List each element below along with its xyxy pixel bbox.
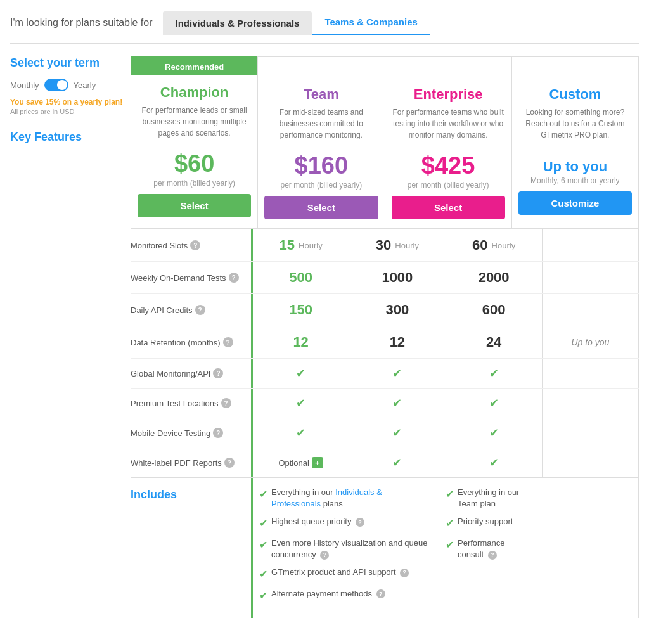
term-toggle-row: Monthly Yearly: [10, 79, 124, 91]
api-support-question-icon[interactable]: ?: [400, 569, 409, 577]
check-icon-wl-team: ✔: [392, 456, 402, 470]
feature-row-weekly-tests: Weekly On-Demand Tests ? 500 1000 2000: [131, 261, 639, 293]
champion-name: Champion: [131, 75, 257, 105]
global-monitoring-custom: [542, 359, 639, 388]
check-icon-pl-champion: ✔: [296, 396, 305, 410]
global-monitoring-team: ✔: [349, 359, 445, 388]
data-retention-custom: Up to you: [542, 326, 639, 358]
feature-row-premium-locations: Premium Test Locations ? ✔ ✔ ✔: [131, 388, 639, 418]
mobile-testing-custom: [542, 418, 639, 448]
payment-question-icon[interactable]: ?: [376, 589, 385, 598]
prices-note: All prices are in USD: [10, 108, 124, 115]
billing-toggle[interactable]: [44, 79, 68, 91]
data-retention-enterprise: 24: [446, 326, 542, 358]
include-item-3: ✔ Even more History visualization and qu…: [259, 538, 432, 560]
plan-enterprise: Enterprise For performance teams who bui…: [385, 56, 511, 229]
premium-locations-question-icon[interactable]: ?: [221, 398, 231, 408]
monitored-slots-team: 30 Hourly: [349, 229, 445, 261]
mobile-testing-team: ✔: [349, 418, 445, 448]
sidebar: Select your term Monthly Yearly You save…: [10, 56, 131, 618]
team-name: Team: [258, 77, 384, 106]
api-credits-champion: 150: [251, 294, 349, 326]
toggle-knob: [57, 80, 67, 90]
savings-text: You save 15% on a yearly plan!: [10, 98, 124, 106]
enterprise-select-button[interactable]: Select: [392, 196, 505, 219]
perf-consult-question-icon[interactable]: ?: [488, 551, 497, 560]
data-retention-question-icon[interactable]: ?: [223, 337, 233, 347]
api-credits-custom: [542, 294, 639, 326]
header: I'm looking for plans suitable for Indiv…: [10, 10, 639, 44]
champion-price: $60: [131, 145, 257, 179]
feature-label-monitored-slots: Monitored Slots ?: [131, 229, 251, 261]
check-icon-gm-team: ✔: [392, 366, 402, 380]
include-item-5: ✔ Alternate payment methods ?: [259, 588, 432, 603]
champion-select-button[interactable]: Select: [138, 194, 251, 217]
yearly-label: Yearly: [74, 80, 96, 90]
plan-headers: Recommended Champion For performance lea…: [131, 56, 639, 229]
team-desc: For mid-sized teams and businesses commi…: [258, 106, 384, 147]
check-icon-include-1: ✔: [259, 487, 267, 501]
api-credits-question-icon[interactable]: ?: [195, 305, 205, 315]
monitored-slots-custom: [542, 229, 639, 261]
monitored-slots-question-icon[interactable]: ?: [190, 240, 200, 250]
weekly-tests-custom: [542, 262, 639, 293]
check-icon-include-5: ✔: [259, 589, 267, 603]
queue-priority-question-icon[interactable]: ?: [356, 518, 364, 527]
feature-row-api-credits: Daily API Credits ? 150 300 600: [131, 293, 639, 326]
check-icon-ent-2: ✔: [446, 517, 454, 531]
weekly-tests-champion: 500: [251, 262, 349, 293]
history-question-icon[interactable]: ?: [320, 551, 329, 560]
premium-locations-team: ✔: [349, 389, 445, 418]
include-item-4: ✔ GTmetrix product and API support ?: [259, 567, 432, 581]
check-icon-include-2: ✔: [259, 517, 267, 531]
team-period: per month (billed yearly): [258, 181, 384, 190]
weekly-tests-question-icon[interactable]: ?: [229, 273, 239, 283]
mobile-testing-enterprise: ✔: [446, 418, 542, 448]
check-icon-mt-enterprise: ✔: [489, 426, 499, 440]
includes-row: Includes ✔ Everything in our Individuals…: [131, 477, 639, 618]
monthly-label: Monthly: [10, 80, 39, 90]
feature-label-weekly-tests: Weekly On-Demand Tests ?: [131, 262, 251, 293]
data-retention-champion: 12: [251, 326, 349, 358]
plan-custom: Custom Looking for something more? Reach…: [511, 56, 639, 229]
team-select-button[interactable]: Select: [264, 196, 378, 219]
tab-individuals[interactable]: Individuals & Professionals: [163, 11, 312, 35]
includes-custom: [539, 478, 639, 618]
check-icon-gm-enterprise: ✔: [489, 366, 499, 380]
plus-icon[interactable]: +: [312, 457, 323, 468]
includes-label: Includes: [131, 478, 251, 618]
includes-enterprise: ✔ Everything in our Team plan ✔ Priority…: [439, 478, 539, 618]
custom-customize-button[interactable]: Customize: [518, 191, 632, 215]
mobile-testing-question-icon[interactable]: ?: [213, 428, 223, 438]
feature-row-mobile-testing: Mobile Device Testing ? ✔ ✔ ✔: [131, 418, 639, 448]
custom-desc: Looking for something more? Reach out to…: [512, 106, 638, 147]
individuals-link[interactable]: Individuals & Professionals: [271, 487, 382, 508]
features-table: Monitored Slots ? 15 Hourly 30 Hourly: [131, 229, 639, 477]
check-icon-mt-team: ✔: [392, 426, 402, 440]
plans-area: Recommended Champion For performance lea…: [131, 56, 639, 618]
weekly-tests-enterprise: 2000: [446, 262, 542, 293]
header-label: I'm looking for plans suitable for: [10, 17, 153, 29]
enterprise-price: $425: [385, 147, 511, 181]
check-icon-pl-team: ✔: [392, 396, 402, 410]
whitelabel-question-icon[interactable]: ?: [224, 458, 235, 468]
feature-row-data-retention: Data Retention (months) ? 12 12 24: [131, 326, 639, 358]
tab-teams[interactable]: Teams & Companies: [312, 10, 430, 35]
feature-label-data-retention: Data Retention (months) ?: [131, 326, 251, 358]
feature-label-api-credits: Daily API Credits ?: [131, 294, 251, 326]
include-ent-1: ✔ Everything in our Team plan: [446, 487, 532, 510]
api-credits-enterprise: 600: [446, 294, 542, 326]
plan-team: Team For mid-sized teams and businesses …: [257, 56, 384, 229]
premium-locations-enterprise: ✔: [446, 389, 542, 418]
custom-period: Monthly, 6 month or yearly: [512, 176, 638, 185]
feature-row-whitelabel: White-label PDF Reports ? Optional + ✔: [131, 448, 639, 477]
check-icon-pl-enterprise: ✔: [489, 396, 499, 410]
feature-label-whitelabel: White-label PDF Reports ?: [131, 448, 251, 477]
enterprise-name: Enterprise: [385, 77, 511, 106]
api-credits-team: 300: [349, 294, 445, 326]
include-item-1: ✔ Everything in our Individuals & Profes…: [259, 487, 432, 510]
enterprise-desc: For performance teams who built testing …: [385, 106, 511, 147]
check-icon-ent-1: ✔: [446, 487, 454, 501]
champion-desc: For performance leads or small businesse…: [131, 105, 257, 145]
global-monitoring-question-icon[interactable]: ?: [213, 368, 223, 378]
